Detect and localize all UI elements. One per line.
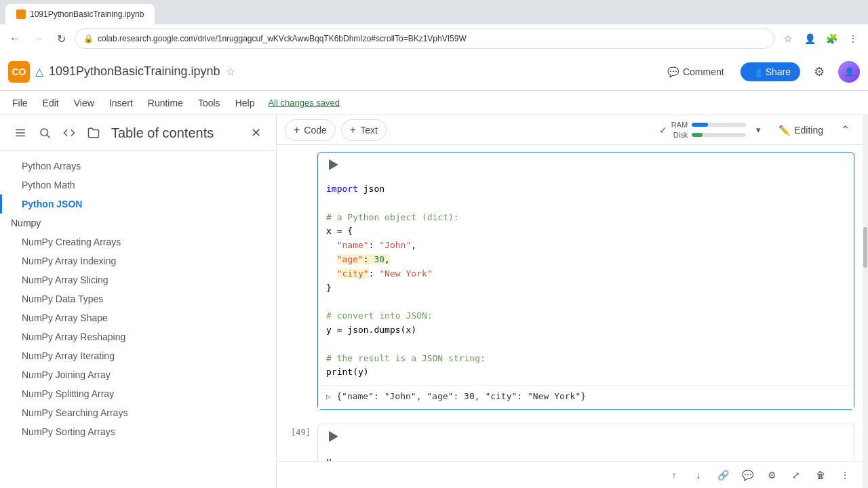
run-button-48[interactable] — [323, 155, 342, 174]
toc-item-python-arrays[interactable]: Python Arrays — [0, 157, 276, 176]
toc-item-numpy-shape[interactable]: NumPy Array Shape — [0, 308, 276, 327]
scrollbar-track[interactable] — [863, 115, 868, 488]
link-button[interactable]: 🔗 — [713, 466, 732, 485]
doc-title-area: △ 1091PythonBasicTraining.ipynb ☆ — [35, 64, 654, 79]
menu-insert[interactable]: Insert — [102, 95, 140, 111]
editing-button[interactable]: ✏️ Editing — [772, 122, 830, 138]
run-button-49[interactable] — [323, 427, 342, 446]
menu-view[interactable]: View — [67, 95, 101, 111]
doc-title[interactable]: 1091PythonBasicTraining.ipynb — [49, 64, 220, 79]
toc-item-numpy[interactable]: Numpy — [0, 214, 276, 232]
toc-item-numpy-sorting[interactable]: NumPy Sorting Arrays — [0, 422, 276, 441]
code-line-print: print(y) — [326, 365, 846, 380]
comment-icon: 💬 — [667, 66, 679, 77]
app-container: CO △ 1091PythonBasicTraining.ipynb ☆ 💬 C… — [0, 53, 868, 488]
sidebar-toc-icon[interactable] — [11, 123, 30, 142]
toc-item-numpy-datatypes[interactable]: NumPy Data Types — [0, 289, 276, 308]
toc-item-numpy-slicing[interactable]: NumPy Array Slicing — [0, 270, 276, 289]
toc-item-numpy-reshaping[interactable]: NumPy Array Reshaping — [0, 327, 276, 346]
comment-cell-button[interactable]: 💬 — [738, 466, 757, 485]
browser-toolbar: ← → ↻ 🔒 colab.research.google.com/drive/… — [0, 24, 868, 53]
check-icon: ✓ — [659, 125, 667, 136]
code-comment1: # a Python object (dict): — [326, 211, 846, 225]
sidebar-folder-icon[interactable] — [84, 123, 103, 142]
ram-label: RAM — [671, 121, 688, 129]
reload-button[interactable]: ↻ — [52, 29, 71, 48]
output-row-48: ▷ {"name": "John", "age": 30, "city": "N… — [326, 388, 846, 404]
cell-content-49[interactable]: y '{"name": "John", "age": 30, "city": "… — [317, 424, 854, 461]
toc-item-numpy-splitting[interactable]: NumPy Splitting Array — [0, 384, 276, 403]
output-prefix-48: ▷ — [326, 392, 331, 401]
cell-number-49: [49] — [277, 424, 317, 461]
more-options-button[interactable]: ⋮ — [835, 466, 854, 485]
svg-point-3 — [41, 129, 48, 136]
menu-file[interactable]: File — [5, 95, 35, 111]
toc-item-numpy-indexing[interactable]: NumPy Array Indexing — [0, 251, 276, 270]
user-photo: 👤 — [838, 61, 860, 83]
back-button[interactable]: ← — [5, 29, 24, 48]
sidebar-search-icon[interactable] — [35, 123, 54, 142]
code-line-import: import json — [326, 182, 846, 197]
share-button[interactable]: 👥 Share — [741, 62, 800, 81]
header-right: 💬 Comment 👥 Share ⚙ 👤 — [659, 61, 860, 83]
url-text: colab.research.google.com/drive/1nruggag… — [98, 34, 467, 43]
pencil-icon: ✏️ — [778, 125, 790, 136]
user-avatar[interactable]: 👤 — [838, 61, 860, 83]
toc-item-numpy-joining[interactable]: NumPy Joining Array — [0, 365, 276, 384]
cell-settings-button[interactable]: ⚙ — [762, 466, 781, 485]
delete-cell-button[interactable]: 🗑 — [811, 466, 830, 485]
toc-item-python-math[interactable]: Python Math — [0, 176, 276, 195]
run-triangle-48 — [329, 159, 338, 170]
star-icon[interactable]: ☆ — [226, 65, 235, 78]
settings-button[interactable]: ⚙ — [808, 61, 830, 83]
code-editor-48[interactable]: import json # a Python object (dict): x … — [318, 177, 854, 385]
toc-item-numpy-creating[interactable]: NumPy Creating Arrays — [0, 232, 276, 251]
menu-help[interactable]: Help — [229, 95, 262, 111]
cell-content-48[interactable]: import json # a Python object (dict): x … — [317, 152, 854, 410]
ram-row: RAM — [671, 121, 746, 129]
sidebar-icons-left — [11, 123, 103, 142]
address-bar[interactable]: 🔒 colab.research.google.com/drive/1nrugg… — [75, 28, 774, 49]
add-code-button[interactable]: + Code — [285, 119, 336, 141]
cell-header-49 — [318, 424, 854, 449]
extensions-button[interactable]: 🧩 — [822, 29, 841, 48]
cell-number-48 — [277, 152, 317, 410]
add-text-button[interactable]: + Text — [341, 119, 387, 141]
move-up-button[interactable]: ↑ — [665, 466, 684, 485]
move-down-button[interactable]: ↓ — [689, 466, 708, 485]
notebook-cells: import json # a Python object (dict): x … — [277, 145, 863, 461]
code-line-y1: y = json.dumps(x) — [326, 323, 846, 338]
resource-dropdown[interactable]: ▾ — [750, 122, 766, 138]
menu-edit[interactable]: Edit — [36, 95, 66, 111]
text-label: Text — [360, 125, 378, 136]
cell-spacer — [277, 411, 863, 422]
sidebar-content: Python Arrays Python Math Python JSON Nu… — [0, 151, 276, 488]
notebook-toolbar: + Code + Text ✓ RAM — [277, 115, 863, 145]
profile-button[interactable]: 👤 — [800, 29, 819, 48]
sidebar-code-icon[interactable] — [60, 123, 79, 142]
comment-button[interactable]: 💬 Comment — [659, 62, 732, 81]
menu-tools[interactable]: Tools — [191, 95, 227, 111]
sidebar-close-button[interactable]: ✕ — [246, 123, 265, 142]
collapse-button[interactable]: ⌃ — [835, 121, 854, 140]
toc-item-python-json[interactable]: Python JSON — [0, 195, 276, 214]
cell-49: [49] y '{"name": "John", "age": — [277, 424, 863, 461]
browser-chrome: 1091PythonBasicTraining.ipynb ← → ↻ 🔒 co… — [0, 0, 868, 53]
sidebar: Table of contents ✕ Python Arrays Python… — [0, 115, 277, 488]
toc-item-numpy-iterating[interactable]: NumPy Array Iterating — [0, 346, 276, 365]
tab-favicon — [16, 9, 26, 19]
menu-runtime[interactable]: Runtime — [141, 95, 190, 111]
bookmark-button[interactable]: ☆ — [778, 29, 797, 48]
forward-button[interactable]: → — [28, 29, 47, 48]
browser-tab[interactable]: 1091PythonBasicTraining.ipynb — [5, 4, 155, 24]
fullscreen-button[interactable]: ⤢ — [787, 466, 806, 485]
code-editor-49[interactable]: y — [318, 449, 854, 461]
menu-button[interactable]: ⋮ — [844, 29, 863, 48]
toc-item-numpy-searching[interactable]: NumPy Searching Arrays — [0, 403, 276, 422]
cell-48: import json # a Python object (dict): x … — [277, 152, 863, 410]
share-icon: 👥 — [750, 66, 762, 77]
cell-header-48 — [318, 152, 854, 177]
app-header: CO △ 1091PythonBasicTraining.ipynb ☆ 💬 C… — [0, 53, 868, 91]
disk-label: Disk — [673, 131, 688, 139]
code-comment2: # convert into JSON: — [326, 309, 846, 323]
